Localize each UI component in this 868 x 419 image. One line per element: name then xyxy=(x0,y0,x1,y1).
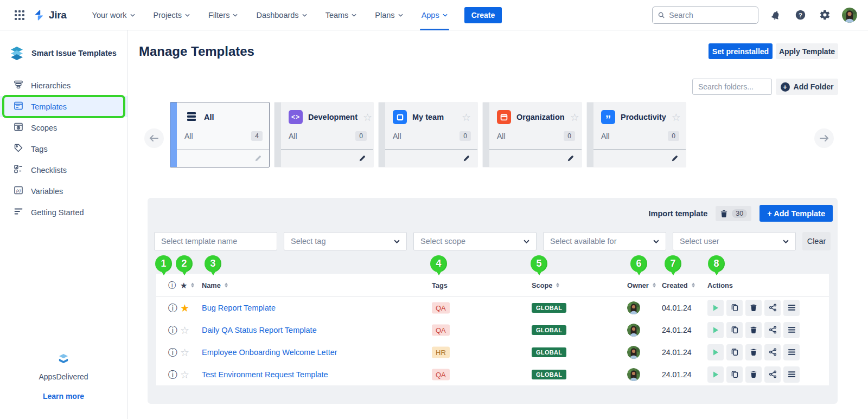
filter-select-tag[interactable]: Select tag xyxy=(284,232,407,250)
folder-star-icon[interactable]: ☆ xyxy=(570,112,579,123)
more-menu-button[interactable] xyxy=(783,366,800,383)
panel-toolbar: Import template 30 + Add Template xyxy=(649,205,833,222)
scope-sort-control[interactable] xyxy=(556,282,559,287)
scroll-left-arrow[interactable] xyxy=(144,128,164,148)
apply-play-button[interactable] xyxy=(707,366,724,383)
add-folder-label: Add Folder xyxy=(794,82,834,91)
scroll-right-arrow[interactable] xyxy=(814,128,834,148)
help-icon[interactable]: ? xyxy=(793,8,807,22)
nav-item-plans[interactable]: Plans xyxy=(366,0,412,30)
copy-button[interactable] xyxy=(726,322,743,338)
folder-card-productivity[interactable]: ” Productivity ☆ All 0 xyxy=(586,102,686,167)
edit-pencil-icon[interactable] xyxy=(671,154,679,162)
search-folders-input[interactable] xyxy=(692,79,772,95)
sidebar-item-hierarchies[interactable]: Hierarchies xyxy=(0,75,127,96)
apply-play-button[interactable] xyxy=(707,322,724,338)
created-sort-control[interactable] xyxy=(692,282,695,287)
apply-play-button[interactable] xyxy=(707,300,724,316)
share-button[interactable] xyxy=(764,300,781,316)
owner-avatar[interactable] xyxy=(627,301,640,314)
row-info-icon[interactable]: ⓘ xyxy=(168,303,177,312)
star-sort-control[interactable] xyxy=(191,282,194,287)
template-name-link[interactable]: Daily QA Status Report Template xyxy=(202,326,317,334)
share-button[interactable] xyxy=(764,366,781,383)
folder-name: My team xyxy=(412,113,444,121)
nav-item-apps[interactable]: Apps xyxy=(412,0,457,30)
jira-app-window: Jira Your work Projects Filters Dashboar… xyxy=(0,0,868,419)
owner-sort-control[interactable] xyxy=(653,282,656,287)
sidebar-item-variables[interactable]: (x) Variables xyxy=(0,181,127,202)
filter-select-available-for[interactable]: Select available for xyxy=(543,232,666,250)
row-info-icon[interactable]: ⓘ xyxy=(168,325,177,334)
nav-item-filters[interactable]: Filters xyxy=(199,0,247,30)
nav-item-dashboards[interactable]: Dashboards xyxy=(247,0,316,30)
delete-button[interactable] xyxy=(745,322,762,338)
template-name-link[interactable]: Employee Onboarding Welcome Letter xyxy=(202,348,337,357)
global-search-input[interactable] xyxy=(669,11,752,20)
apply-template-button[interactable]: Apply Template xyxy=(776,43,838,59)
add-template-button[interactable]: + Add Template xyxy=(760,205,833,222)
row-star-icon[interactable]: ☆ xyxy=(180,347,189,357)
share-button[interactable] xyxy=(764,344,781,360)
sidebar-item-templates[interactable]: Templates xyxy=(0,96,127,117)
folder-card-organization[interactable]: Organization ☆ All 0 xyxy=(482,102,582,167)
sidebar-item-tags[interactable]: Tags xyxy=(0,138,127,159)
folder-star-icon[interactable]: ☆ xyxy=(672,112,681,123)
delete-button[interactable] xyxy=(745,366,762,383)
sidebar-item-getting-started[interactable]: Getting Started xyxy=(0,202,127,223)
edit-pencil-icon[interactable] xyxy=(254,154,262,162)
filter-select-template-name[interactable] xyxy=(154,232,277,250)
nav-item-teams[interactable]: Teams xyxy=(316,0,366,30)
apply-play-button[interactable] xyxy=(707,344,724,360)
user-avatar[interactable] xyxy=(842,8,857,23)
deleted-templates-button[interactable]: 30 xyxy=(716,206,751,221)
jira-logo[interactable]: Jira xyxy=(33,9,67,22)
create-button[interactable]: Create xyxy=(464,7,502,23)
copy-button[interactable] xyxy=(726,366,743,383)
folder-star-icon[interactable]: ☆ xyxy=(462,112,471,123)
delete-button[interactable] xyxy=(745,300,762,316)
owner-avatar[interactable] xyxy=(627,324,640,337)
name-sort-control[interactable] xyxy=(225,282,228,287)
folder-star-icon[interactable]: ☆ xyxy=(363,112,372,123)
folder-card-development[interactable]: <> Development ☆ All 0 xyxy=(274,102,374,167)
learn-more-link[interactable]: Learn more xyxy=(0,392,127,401)
nav-item-projects[interactable]: Projects xyxy=(144,0,199,30)
add-folder-button[interactable]: + Add Folder xyxy=(776,79,838,95)
folder-card-my-team[interactable]: My team ☆ All 0 xyxy=(378,102,478,167)
row-info-icon[interactable]: ⓘ xyxy=(168,370,177,379)
app-switcher-icon[interactable] xyxy=(11,7,28,24)
set-preinstalled-button[interactable]: Set preinstalled xyxy=(709,43,773,59)
row-star-icon[interactable]: ★ xyxy=(180,302,189,313)
filter-select-scope[interactable]: Select scope xyxy=(413,232,537,250)
notifications-bell-icon[interactable] xyxy=(769,8,783,22)
copy-button[interactable] xyxy=(726,300,743,316)
nav-item-your-work[interactable]: Your work xyxy=(83,0,144,30)
row-star-icon[interactable]: ☆ xyxy=(180,325,189,335)
sidebar-item-checklists[interactable]: Checklists xyxy=(0,159,127,181)
row-info-icon[interactable]: ⓘ xyxy=(168,347,177,357)
more-menu-button[interactable] xyxy=(783,322,800,338)
more-menu-button[interactable] xyxy=(783,344,800,360)
global-search[interactable] xyxy=(652,7,758,24)
copy-button[interactable] xyxy=(726,344,743,360)
appsdelivered-icon xyxy=(56,351,71,365)
sidebar-footer: AppsDelivered Learn more xyxy=(0,351,127,401)
template-name-link[interactable]: Bug Report Template xyxy=(202,304,276,312)
edit-pencil-icon[interactable] xyxy=(463,154,470,162)
owner-avatar[interactable] xyxy=(627,368,640,381)
edit-pencil-icon[interactable] xyxy=(359,154,366,162)
delete-button[interactable] xyxy=(745,344,762,360)
share-button[interactable] xyxy=(764,322,781,338)
owner-avatar[interactable] xyxy=(627,346,640,359)
edit-pencil-icon[interactable] xyxy=(567,154,575,162)
clear-filters-button[interactable]: Clear xyxy=(802,232,831,250)
row-star-icon[interactable]: ☆ xyxy=(180,369,189,379)
settings-gear-icon[interactable] xyxy=(818,8,832,22)
folder-card-all[interactable]: All All 4 xyxy=(170,102,270,167)
more-menu-button[interactable] xyxy=(783,300,800,316)
sidebar-item-scopes[interactable]: Scopes xyxy=(0,117,127,138)
filter-select-user[interactable]: Select user xyxy=(673,232,796,250)
import-template-button[interactable]: Import template xyxy=(649,209,708,218)
template-name-link[interactable]: Test Environment Request Template xyxy=(202,370,328,379)
